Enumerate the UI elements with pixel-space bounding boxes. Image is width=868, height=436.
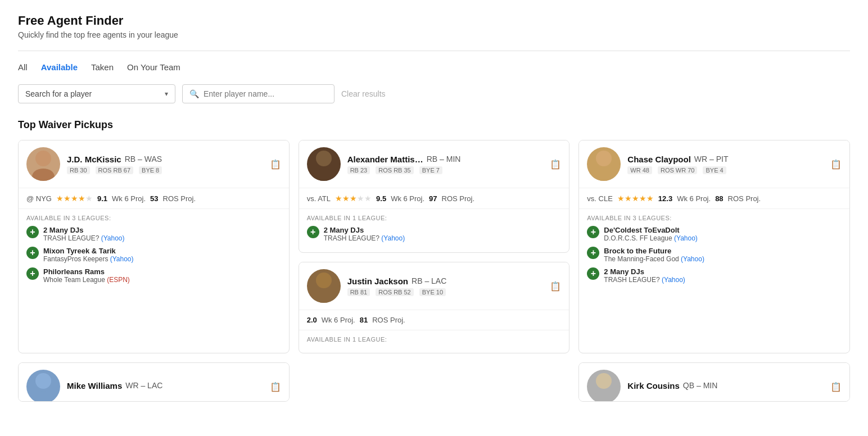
player-pos-team: RB – LAC: [412, 276, 446, 285]
badge-bye: BYE 7: [419, 166, 442, 174]
svg-point-2: [316, 151, 332, 166]
badge-ros: ROS RB 35: [376, 166, 413, 174]
report-icon[interactable]: 📋: [830, 159, 842, 170]
player-badges: RB 23 ROS RB 35 BYE 7: [347, 166, 544, 174]
player-info-kirk-cousins: Kirk Cousins QB – MIN: [627, 381, 824, 393]
league-link-yahoo[interactable]: (Yahoo): [681, 255, 704, 263]
add-to-league-button[interactable]: +: [587, 226, 599, 238]
card-header: J.D. McKissic RB – WAS RB 30 ROS RB 67 B…: [19, 140, 289, 188]
add-to-league-button[interactable]: +: [26, 267, 39, 280]
add-to-league-button[interactable]: +: [26, 226, 39, 238]
svg-point-6: [596, 151, 612, 166]
league-sub: Whole Team League (ESPN): [43, 276, 130, 284]
player-name: Alexander Mattis…: [347, 155, 423, 164]
badge-ros: ROS WR 70: [658, 166, 698, 174]
cards-grid-bottom: Mike Williams WR – LAC 📋 Kirk Cousins QB…: [18, 362, 850, 402]
player-name: J.D. McKissic: [67, 155, 121, 164]
player-name-input[interactable]: [204, 89, 327, 98]
cards-grid: J.D. McKissic RB – WAS RB 30 ROS RB 67 B…: [18, 140, 850, 353]
svg-point-3: [313, 169, 335, 181]
player-pos-team: RB – MIN: [427, 155, 461, 164]
svg-point-7: [593, 169, 615, 181]
player-card-jd-mckissic: J.D. McKissic RB – WAS RB 30 ROS RB 67 B…: [18, 140, 290, 353]
avatar-justin-jackson: [307, 269, 341, 303]
league-link-yahoo[interactable]: (Yahoo): [381, 234, 405, 242]
stars-rating: ★★★★★: [56, 194, 93, 203]
player-card-mike-williams: Mike Williams WR – LAC 📋: [18, 362, 290, 402]
add-to-league-button[interactable]: +: [587, 267, 599, 280]
league-info: 2 Many DJs TRASH LEAGUE? (Yahoo): [604, 267, 685, 284]
available-label: AVAILABLE IN 3 LEAGUES:: [587, 215, 842, 221]
middle-column: Alexander Mattis… RB – MIN RB 23 ROS RB …: [299, 140, 570, 353]
player-select-dropdown[interactable]: Search for a player ▾: [18, 84, 175, 103]
add-to-league-button[interactable]: +: [307, 226, 319, 238]
league-link-yahoo[interactable]: (Yahoo): [662, 276, 685, 284]
svg-point-4: [316, 272, 332, 288]
report-icon[interactable]: 📋: [270, 382, 281, 392]
avatar-alexander-mattis: [307, 147, 341, 181]
card-leagues: AVAILABLE IN 1 LEAGUE:: [299, 330, 569, 353]
league-sub: The Manning-Faced God (Yahoo): [604, 255, 704, 263]
tab-available[interactable]: Available: [41, 62, 78, 73]
badge-rank: RB 30: [67, 166, 90, 174]
league-info: 2 Many DJs TRASH LEAGUE? (Yahoo): [324, 226, 405, 242]
wk-proj-label: Wk 6 Proj.: [391, 194, 424, 203]
stars-rating: ★★★★★: [335, 194, 372, 203]
league-info: Mixon Tyreek & Tarik FantasyPros Keepers…: [43, 247, 134, 263]
avatar-chase-claypool: [587, 147, 621, 181]
league-sub: TRASH LEAGUE? (Yahoo): [604, 276, 685, 284]
ros-proj-label: ROS Proj.: [728, 194, 761, 203]
badge-ros: ROS RB 67: [96, 166, 133, 174]
league-name: 2 Many DJs: [604, 267, 685, 276]
league-link-yahoo[interactable]: (Yahoo): [674, 234, 698, 242]
player-info-mike-williams: Mike Williams WR – LAC: [67, 381, 263, 393]
player-card-kirk-cousins: Kirk Cousins QB – MIN 📋: [578, 362, 850, 402]
empty-bottom-middle: [299, 362, 570, 402]
player-info-jd-mckissic: J.D. McKissic RB – WAS RB 30 ROS RB 67 B…: [67, 155, 263, 174]
wk-proj: 9.5: [376, 194, 386, 203]
badge-rank: WR 48: [627, 166, 652, 174]
add-to-league-button[interactable]: +: [587, 247, 599, 259]
player-pos-team: QB – MIN: [683, 381, 717, 390]
tab-taken[interactable]: Taken: [91, 62, 114, 73]
card-stats: vs. CLE ★★★★★ 12.3 Wk 6 Proj. 88 ROS Pro…: [579, 188, 849, 209]
tab-on-your-team[interactable]: On Your Team: [127, 62, 180, 73]
card-header: Justin Jackson RB – LAC RB 81 ROS RB 52 …: [299, 262, 569, 310]
league-link-yahoo[interactable]: (Yahoo): [110, 255, 134, 263]
league-name: 2 Many DJs: [324, 226, 405, 234]
wk-proj: 9.1: [97, 194, 107, 203]
clear-results-button[interactable]: Clear results: [341, 89, 386, 98]
badge-rank: RB 81: [347, 288, 370, 296]
wk-proj-label: Wk 6 Proj.: [677, 194, 711, 203]
avatar-jd-mckissic: [26, 147, 60, 181]
report-icon[interactable]: 📋: [830, 382, 842, 392]
player-info-alexander-mattis: Alexander Mattis… RB – MIN RB 23 ROS RB …: [347, 155, 544, 174]
player-badges: RB 30 ROS RB 67 BYE 8: [67, 166, 263, 174]
dropdown-label: Search for a player: [25, 89, 92, 98]
report-icon[interactable]: 📋: [550, 159, 561, 170]
league-name: Philorleans Rams: [43, 267, 130, 276]
tab-all[interactable]: All: [18, 62, 28, 73]
report-icon[interactable]: 📋: [550, 281, 561, 292]
page-header: Free Agent Finder Quickly find the top f…: [18, 13, 850, 39]
badge-bye: BYE 8: [139, 166, 162, 174]
league-link-yahoo[interactable]: (Yahoo): [101, 234, 125, 242]
report-icon[interactable]: 📋: [270, 159, 281, 170]
league-link-espn[interactable]: (ESPN): [107, 276, 130, 284]
add-to-league-button[interactable]: +: [26, 247, 39, 259]
league-info: De'Coldest ToEvaDolt D.O.R.C.S. FF Leagu…: [604, 226, 698, 242]
league-sub: D.O.R.C.S. FF League (Yahoo): [604, 234, 698, 242]
list-item: + 2 Many DJs TRASH LEAGUE? (Yahoo): [587, 267, 842, 284]
matchup: vs. ATL: [307, 194, 331, 203]
svg-point-1: [32, 169, 55, 181]
wk-proj-label: Wk 6 Proj.: [322, 316, 355, 324]
player-card-alexander-mattis: Alexander Mattis… RB – MIN RB 23 ROS RB …: [299, 140, 570, 253]
badge-bye: BYE 4: [703, 166, 726, 174]
card-header: Kirk Cousins QB – MIN 📋: [579, 363, 849, 402]
league-name: Brock to the Future: [604, 247, 704, 255]
player-info-justin-jackson: Justin Jackson RB – LAC RB 81 ROS RB 52 …: [347, 276, 544, 296]
player-badges: WR 48 ROS WR 70 BYE 4: [627, 166, 824, 174]
header-divider: [18, 51, 850, 51]
section-title: Top Waiver Pickups: [18, 119, 850, 131]
player-name: Chase Claypool: [627, 155, 691, 164]
